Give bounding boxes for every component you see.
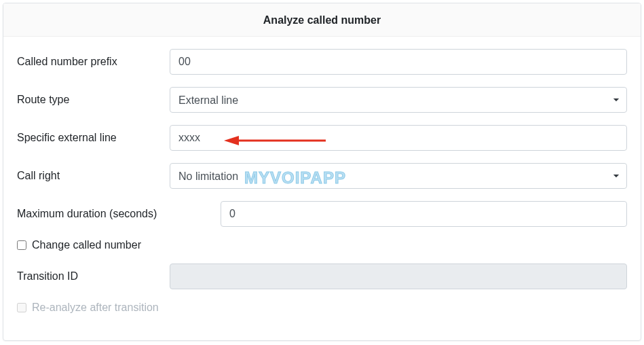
row-specific-external-line: Specific external line <box>17 125 627 151</box>
row-transition-id: Transition ID <box>17 264 627 289</box>
label-route-type: Route type <box>17 94 170 106</box>
select-route-type[interactable]: External line <box>170 87 627 113</box>
checkbox-reanalyze-after-transition <box>17 303 26 312</box>
panel-title: Analyze called number <box>3 3 641 37</box>
input-specific-external-line[interactable] <box>170 125 627 151</box>
label-called-number-prefix: Called number prefix <box>17 56 170 68</box>
label-transition-id: Transition ID <box>17 270 170 283</box>
row-reanalyze-after-transition: Re-analyze after transition <box>17 302 627 314</box>
row-change-called-number: Change called number <box>17 239 627 251</box>
label-call-right: Call right <box>17 170 170 182</box>
label-maximum-duration: Maximum duration (seconds) <box>17 208 221 220</box>
row-called-number-prefix: Called number prefix <box>17 49 627 75</box>
checkbox-change-called-number[interactable] <box>17 240 26 250</box>
label-change-called-number: Change called number <box>32 239 141 251</box>
select-call-right[interactable]: No limitation <box>170 163 627 189</box>
analyze-called-number-panel: Analyze called number Called number pref… <box>3 3 641 341</box>
row-route-type: Route type External line <box>17 87 627 113</box>
form-body: Called number prefix Route type External… <box>3 37 641 334</box>
row-maximum-duration: Maximum duration (seconds) <box>17 201 627 227</box>
row-call-right: Call right No limitation <box>17 163 627 189</box>
input-maximum-duration[interactable] <box>221 201 627 227</box>
label-reanalyze-after-transition: Re-analyze after transition <box>32 302 159 314</box>
input-transition-id <box>170 264 627 289</box>
input-called-number-prefix[interactable] <box>170 49 627 75</box>
label-specific-external-line: Specific external line <box>17 132 170 144</box>
